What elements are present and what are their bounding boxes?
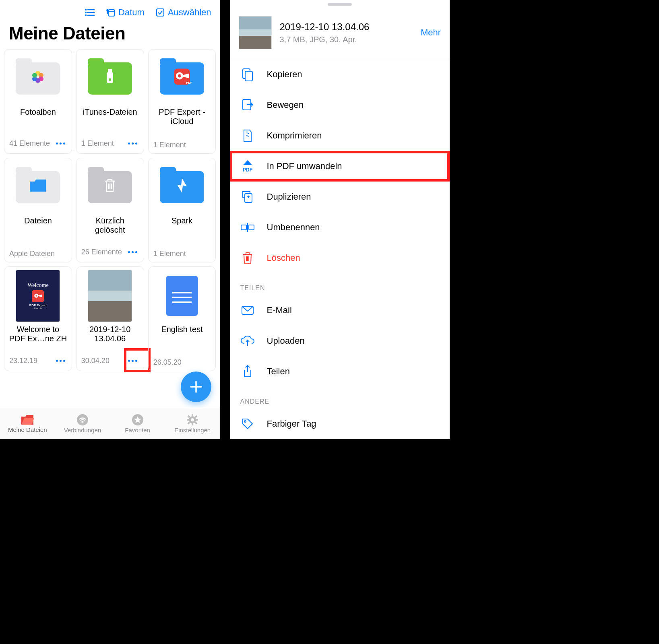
tab-connections[interactable]: Verbindungen <box>55 408 110 439</box>
cell-meta: 1 Element <box>153 250 186 258</box>
file-name: 2019-12-10 13.04.06 <box>280 21 413 33</box>
action-delete[interactable]: Löschen <box>230 243 450 273</box>
svg-rect-15 <box>107 72 113 83</box>
more-button[interactable] <box>127 246 139 258</box>
cell-name: Kürzlich gelöscht <box>95 216 125 235</box>
cell-name: iTunes-Dateien <box>83 107 137 117</box>
add-button[interactable] <box>181 372 211 402</box>
files-pane: Datum Auswählen Meine Dateien Fotoalben … <box>0 0 230 439</box>
sort-label: Datum <box>118 7 145 18</box>
more-button[interactable] <box>127 355 139 367</box>
cell-meta: Apple Dateien <box>9 250 55 258</box>
svg-rect-17 <box>109 78 111 81</box>
more-link[interactable]: Mehr <box>421 27 441 38</box>
cell-meta: 26.05.20 <box>153 358 182 367</box>
more-button[interactable] <box>55 137 67 149</box>
tab-settings[interactable]: Einstellungen <box>165 408 220 439</box>
usb-icon <box>105 69 115 87</box>
file-photo-20191210[interactable]: 2019-12-10 13.04.06 30.04.20 <box>76 266 144 371</box>
svg-point-31 <box>82 421 83 423</box>
svg-point-14 <box>32 73 37 78</box>
more-button[interactable] <box>127 137 139 149</box>
action-duplicate[interactable]: Duplizieren <box>230 182 450 212</box>
action-label: Bewegen <box>267 100 304 110</box>
svg-rect-36 <box>187 419 189 421</box>
file-header: 2019-12-10 13.04.06 3,7 MB, JPG, 30. Apr… <box>230 7 450 59</box>
cell-name: 2019-12-10 13.04.06 <box>89 325 130 343</box>
action-label: Umbenennen <box>267 222 320 233</box>
folder-fotoalben[interactable]: Fotoalben 41 Elemente <box>4 49 72 154</box>
folder-icon <box>29 178 47 194</box>
folder-itunes[interactable]: iTunes-Dateien 1 Element <box>76 49 144 154</box>
action-label: Uploaden <box>267 336 305 346</box>
action-rename[interactable]: Umbenennen <box>230 212 450 243</box>
cell-name: English test <box>161 325 202 334</box>
copy-icon <box>240 67 255 82</box>
action-label: Duplizieren <box>267 192 311 202</box>
select-label: Auswählen <box>168 7 211 18</box>
folder-dateien[interactable]: Dateien Apple Dateien <box>4 158 72 262</box>
folder-recently-deleted[interactable]: Kürzlich gelöscht 26 Elemente <box>76 158 144 262</box>
sheet-grabber[interactable] <box>328 3 352 6</box>
sort-button[interactable]: Datum <box>106 7 145 18</box>
action-convert-pdf[interactable]: PDF In PDF umwandeln <box>230 151 450 182</box>
actions-sheet: 2019-12-10 13.04.06 3,7 MB, JPG, 30. Apr… <box>230 0 450 439</box>
file-welcome-pdf[interactable]: WelcomePDF ExpertReaddle Welcome to PDF … <box>4 266 72 371</box>
cell-meta: 30.04.20 <box>81 357 109 365</box>
tab-label: Verbindungen <box>64 427 101 433</box>
file-english-test[interactable]: English test 26.05.20 <box>148 266 216 371</box>
svg-rect-54 <box>241 225 246 230</box>
move-icon <box>240 98 255 112</box>
upload-icon <box>240 334 255 348</box>
cell-name: PDF Expert - iCloud <box>159 107 205 126</box>
toolbar: Datum Auswählen <box>0 0 220 21</box>
action-share[interactable]: Teilen <box>230 356 450 387</box>
more-button[interactable] <box>55 355 67 367</box>
cell-meta: 41 Elemente <box>9 139 50 148</box>
rename-icon <box>240 220 255 235</box>
action-label: Löschen <box>267 253 300 263</box>
action-label: Kopieren <box>267 69 302 80</box>
folder-pdfexpert-icloud[interactable]: PDF PDF Expert - iCloud 1 Element <box>148 49 216 154</box>
svg-text:PDF: PDF <box>243 167 252 173</box>
cell-meta: 23.12.19 <box>9 357 37 365</box>
action-compress[interactable]: Komprimieren <box>230 120 450 151</box>
cell-meta: 1 Element <box>81 139 114 148</box>
cell-name: Dateien <box>24 216 52 225</box>
tab-label: Einstellungen <box>174 427 211 433</box>
pdf-icon: PDF <box>240 159 255 173</box>
compress-icon <box>240 128 255 143</box>
tab-label: Meine Dateien <box>8 426 47 433</box>
mail-icon <box>240 303 255 318</box>
svg-rect-6 <box>109 10 114 16</box>
sort-icon <box>106 8 115 17</box>
cell-name: Welcome to PDF Ex…ne ZH <box>9 325 67 343</box>
file-thumbnail <box>239 16 272 49</box>
tab-favorites[interactable]: Favoriten <box>110 408 165 439</box>
svg-rect-34 <box>192 414 193 417</box>
select-icon <box>156 8 165 17</box>
svg-rect-16 <box>108 69 112 73</box>
action-upload[interactable]: Uploaden <box>230 326 450 356</box>
svg-text:PDF: PDF <box>186 81 192 85</box>
svg-rect-35 <box>192 423 193 425</box>
svg-point-3 <box>85 9 86 10</box>
cell-meta: 26 Elemente <box>81 248 122 256</box>
folder-spark[interactable]: Spark 1 Element <box>148 158 216 262</box>
view-toggle-button[interactable] <box>85 8 95 17</box>
select-button[interactable]: Auswählen <box>156 7 211 18</box>
folder-icon <box>21 414 34 425</box>
tab-bar: Meine Dateien Verbindungen Favoriten Ein… <box>0 408 220 439</box>
page-title: Meine Dateien <box>0 21 220 49</box>
file-grid: Fotoalben 41 Elemente iTunes-Dateien 1 E… <box>0 49 220 371</box>
photos-icon <box>31 70 45 86</box>
action-color-tag[interactable]: Farbiger Tag <box>230 409 450 439</box>
action-move[interactable]: Bewegen <box>230 90 450 120</box>
action-email[interactable]: E-Mail <box>230 295 450 326</box>
pdf-expert-icon: PDF <box>172 67 192 88</box>
trash-icon <box>240 251 255 265</box>
share-icon <box>240 364 255 379</box>
action-copy[interactable]: Kopieren <box>230 59 450 90</box>
list-icon <box>85 8 95 17</box>
tab-my-files[interactable]: Meine Dateien <box>0 408 55 439</box>
